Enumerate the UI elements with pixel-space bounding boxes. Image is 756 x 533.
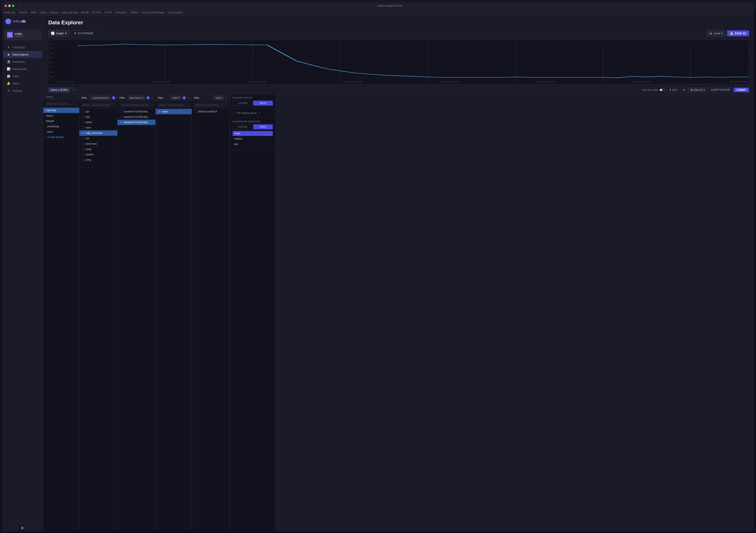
list-item[interactable]: rasp-pi	[43, 113, 79, 118]
sidebar-item-notebooks[interactable]: 📓 Notebooks	[3, 58, 42, 65]
bookmark-popup-tags[interactable]: popup with tags	[62, 11, 78, 14]
list-item[interactable]: swap	[79, 147, 117, 152]
list-item[interactable]: disk	[79, 114, 117, 120]
sidebar-item-settings[interactable]: ⚙ Settings	[3, 87, 42, 94]
item-checkbox[interactable]	[82, 143, 84, 145]
create-bucket-link[interactable]: + Create Bucket	[43, 134, 79, 140]
list-item[interactable]: student/CASA0014/pl...	[118, 114, 155, 120]
sidebar-item-data-explorer[interactable]: ◈ Data Explorer	[3, 51, 42, 58]
add-query-button[interactable]: +	[71, 87, 76, 93]
aggregate-custom-button[interactable]: CUSTOM	[232, 125, 253, 129]
item-checkbox[interactable]	[158, 110, 161, 113]
list-item[interactable]: student/CASA0014/pl...	[118, 120, 155, 125]
item-checkbox[interactable]	[82, 137, 84, 140]
list-item[interactable]: system	[79, 152, 117, 157]
list-item[interactable]: temp	[79, 157, 117, 162]
list-item[interactable]: mqtt_consumer	[79, 130, 117, 136]
list-item[interactable]: _tasks	[43, 129, 79, 134]
list-item[interactable]: staff-pi-casa0014	[192, 109, 230, 114]
item-checkbox[interactable]	[82, 132, 84, 134]
filter-dropdown-measurement[interactable]: _measurement ▾	[90, 96, 111, 100]
item-checkbox[interactable]	[82, 153, 84, 156]
item-checkbox[interactable]	[194, 110, 197, 113]
graph-type-select[interactable]: 📈 Graph ▾	[48, 30, 69, 37]
filter-close-icon[interactable]: ×	[187, 96, 190, 99]
filter-dropdown-plant-topics[interactable]: plant-topics ▾	[128, 96, 145, 100]
sidebar-footer[interactable]: ◧	[2, 524, 43, 532]
customize-button[interactable]: ⚙ CUSTOMIZE	[71, 30, 96, 37]
list-item[interactable]: diskio	[79, 120, 117, 125]
item-checkbox[interactable]	[120, 116, 122, 118]
toolbar-right: 🔖 Local ▾ 💾 SAVE AS	[707, 30, 749, 37]
csv-download-button[interactable]: ⬇ CSV	[667, 87, 680, 93]
host-search-input[interactable]	[193, 102, 228, 107]
agg-item-mean[interactable]: mean	[232, 131, 273, 136]
item-checkbox[interactable]	[82, 121, 84, 124]
plant-topics-search-input[interactable]	[119, 102, 154, 107]
save-as-button[interactable]: 💾 SAVE AS	[727, 30, 749, 36]
measurement-search-input[interactable]	[81, 102, 116, 107]
toolbar: 📈 Graph ▾ ⚙ CUSTOMIZE 🔖 Local ▾	[43, 28, 754, 38]
field-search-input[interactable]	[157, 102, 190, 107]
bookmark-github[interactable]: Github	[40, 11, 46, 14]
sidebar-item-dashboards[interactable]: 📊 Dashboards	[3, 65, 42, 72]
bookmark-inside-ucl[interactable]: Inside UCL	[5, 11, 16, 14]
item-checkbox[interactable]	[82, 148, 84, 150]
bookmark-moodle[interactable]: Moodle	[81, 11, 89, 14]
list-item[interactable]: _monitoring	[43, 124, 79, 129]
forward-button[interactable]: ›	[23, 4, 26, 8]
item-checkbox[interactable]	[82, 126, 84, 129]
query-tab-1[interactable]: Query 1 (0.05s)	[48, 87, 70, 93]
item-checkbox[interactable]	[82, 110, 84, 113]
bucket-search-input[interactable]	[45, 101, 77, 106]
item-label: student/CASA0014/pl...	[124, 121, 149, 124]
back-button[interactable]: ‹	[18, 4, 22, 8]
list-item[interactable]: mem	[79, 125, 117, 130]
bookmark-gmail[interactable]: GMail	[31, 11, 37, 14]
window-period-custom-button[interactable]: CUSTOM	[232, 101, 253, 106]
bookmark-innovateuk[interactable]: InnovateUK	[115, 11, 127, 14]
script-editor-button[interactable]: SCRIPT EDITOR	[709, 87, 732, 93]
raw-data-toggle-switch[interactable]	[660, 89, 665, 91]
list-item[interactable]: processes	[79, 141, 117, 147]
bookmark-pinboard[interactable]: Pinboard	[50, 11, 59, 14]
local-button[interactable]: 🔖 Local ▾	[707, 30, 725, 37]
maximize-button[interactable]	[12, 5, 14, 7]
bookmark-tableau[interactable]: Tableau	[130, 11, 139, 14]
bookmark-volumio[interactable]: Volumio	[19, 11, 27, 14]
sidebar-item-alerts[interactable]: 🔔 Alerts	[3, 80, 42, 87]
y-label-1: 20.8	[49, 47, 53, 49]
list-item[interactable]: mqtt-data	[43, 108, 79, 113]
bookmark-ce-trello[interactable]: CE Trello	[92, 11, 101, 14]
sidebar-item-tasks[interactable]: 📅 Tasks	[3, 72, 42, 80]
agg-item-last[interactable]: last	[232, 142, 273, 147]
item-checkbox[interactable]	[120, 110, 122, 113]
sidebar-item-load-data[interactable]: ⬆ Load Data	[3, 44, 42, 51]
agg-item-median[interactable]: median	[232, 136, 273, 141]
item-checkbox[interactable]	[82, 116, 84, 118]
minimize-button[interactable]	[8, 5, 11, 7]
user-section[interactable]: C ucjtdjw casa0014	[4, 30, 41, 40]
filter-dropdown-field[interactable]: _field ▾	[170, 96, 181, 100]
filter-dropdown-host[interactable]: host ▾	[214, 96, 224, 100]
fill-missing-checkbox[interactable]	[232, 112, 235, 114]
bookmark-ce-wp[interactable]: CE WP	[105, 11, 112, 14]
bookmark-scout[interactable]: Online Scout Manager	[142, 11, 164, 14]
window-period-auto-button[interactable]: AUTO	[253, 101, 273, 106]
aggregate-auto-button[interactable]: AUTO	[253, 125, 273, 129]
item-checkbox[interactable]	[82, 159, 84, 161]
filter-close-icon[interactable]: ×	[225, 96, 228, 99]
user-info: ucjtdjw casa0014	[14, 32, 38, 38]
list-item[interactable]: net	[79, 136, 117, 141]
filter-close-icon[interactable]: ×	[151, 96, 153, 99]
list-item[interactable]: student/CASA0014/pl...	[118, 109, 155, 114]
list-item[interactable]: value	[156, 109, 192, 114]
list-item[interactable]: cpu	[79, 109, 117, 114]
submit-button[interactable]: SUBMIT	[734, 88, 749, 92]
list-item[interactable]: telegraf	[43, 118, 79, 124]
time-range-selector[interactable]: Past 1h ▾	[688, 87, 707, 93]
close-button[interactable]	[5, 5, 7, 7]
item-checkbox[interactable]	[120, 121, 122, 124]
refresh-button[interactable]: ↻	[681, 87, 687, 93]
bookmark-ucl-readinglist[interactable]: UCLreadinglist	[168, 11, 182, 14]
